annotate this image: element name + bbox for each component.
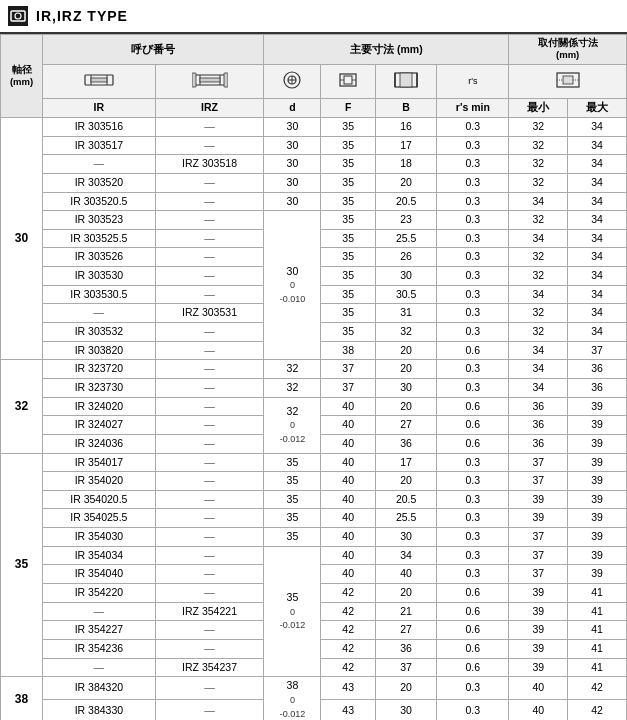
icon-da [509, 64, 627, 99]
da-min-value: 36 [509, 416, 568, 435]
B-value: 27 [375, 621, 436, 640]
B-value: 30 [375, 267, 436, 286]
da-max-value: 39 [568, 397, 627, 416]
B-value: 20.5 [375, 490, 436, 509]
irz-name: — [155, 453, 264, 472]
da-max-value: 42 [568, 677, 627, 700]
F-value: 35 [321, 304, 375, 323]
rs-value: 0.3 [437, 700, 509, 720]
svg-rect-7 [192, 73, 196, 87]
B-value: 30 [375, 528, 436, 547]
d-value: 35 [264, 528, 321, 547]
da-max-value: 41 [568, 602, 627, 621]
svg-rect-5 [91, 78, 107, 82]
rs-value: 0.6 [437, 602, 509, 621]
irz-name: — [155, 397, 264, 416]
F-value: 42 [321, 658, 375, 677]
table-row: IR 323730—3237300.33436 [1, 378, 627, 397]
rs-value: 0.6 [437, 341, 509, 360]
F-value: 42 [321, 583, 375, 602]
irz-name: — [155, 546, 264, 565]
B-value: 20 [375, 397, 436, 416]
d-value: 30 [264, 117, 321, 136]
B-value: 20 [375, 173, 436, 192]
B-value: 40 [375, 565, 436, 584]
rs-value: 0.6 [437, 658, 509, 677]
da-min-value: 34 [509, 360, 568, 379]
B-value: 25.5 [375, 509, 436, 528]
F-value: 40 [321, 416, 375, 435]
table-row: IR 354020—3540200.33739 [1, 472, 627, 491]
F-value: 40 [321, 509, 375, 528]
irz-name: — [155, 700, 264, 720]
da-max-value: 34 [568, 117, 627, 136]
rs-value: 0.3 [437, 509, 509, 528]
da-max-value: 41 [568, 639, 627, 658]
axis-size-cell: 30 [1, 117, 43, 359]
da-min-value: 32 [509, 267, 568, 286]
F-value: 40 [321, 490, 375, 509]
F-value: 35 [321, 229, 375, 248]
B-value: 30.5 [375, 285, 436, 304]
ir-name: IR 324027 [43, 416, 156, 435]
table-row: IR 324020—320-0.01240200.63639 [1, 397, 627, 416]
rs-value: 0.3 [437, 360, 509, 379]
ir-name: IR 354030 [43, 528, 156, 547]
rs-value: 0.3 [437, 248, 509, 267]
da-min-value: 34 [509, 192, 568, 211]
irz-name: IRZ 354237 [155, 658, 264, 677]
da-min-value: 39 [509, 658, 568, 677]
da-min-value: 39 [509, 621, 568, 640]
table-row: —IRZ 3035183035180.33234 [1, 155, 627, 174]
d-value: 30 [264, 155, 321, 174]
F-value: 35 [321, 323, 375, 342]
rs-value: 0.3 [437, 285, 509, 304]
irz-name: — [155, 229, 264, 248]
irz-name: — [155, 639, 264, 658]
table-row: 35IR 354017—3540170.33739 [1, 453, 627, 472]
table-row: IR 354030—3540300.33739 [1, 528, 627, 547]
icon-rs: r's [437, 64, 509, 99]
da-max-value: 36 [568, 360, 627, 379]
da-min-value: 32 [509, 117, 568, 136]
F-value: 35 [321, 285, 375, 304]
irz-name: IRZ 303531 [155, 304, 264, 323]
ir-name: IR 354227 [43, 621, 156, 640]
B-value: 20.5 [375, 192, 436, 211]
da-min-value: 39 [509, 639, 568, 658]
rs-value: 0.6 [437, 639, 509, 658]
da-max-value: 39 [568, 509, 627, 528]
rs-value: 0.3 [437, 490, 509, 509]
sub-da-max: 最大 [568, 99, 627, 118]
rs-value: 0.3 [437, 472, 509, 491]
rs-value: 0.3 [437, 565, 509, 584]
table-row: 38IR 384320—380-0.01243200.34042 [1, 677, 627, 700]
da-min-value: 32 [509, 155, 568, 174]
B-value: 34 [375, 546, 436, 565]
F-value: 35 [321, 173, 375, 192]
rs-value: 0.3 [437, 323, 509, 342]
da-min-value: 37 [509, 528, 568, 547]
irz-name: — [155, 416, 264, 435]
ir-name: IR 324036 [43, 434, 156, 453]
B-value: 17 [375, 453, 436, 472]
rs-value: 0.3 [437, 117, 509, 136]
page-header: IR,IRZ TYPE [0, 0, 627, 34]
B-value: 37 [375, 658, 436, 677]
F-value: 37 [321, 360, 375, 379]
col-axis-dia: 軸径 (mm) [1, 35, 43, 118]
sub-F: F [321, 99, 375, 118]
B-value: 27 [375, 416, 436, 435]
irz-name: — [155, 360, 264, 379]
F-value: 35 [321, 211, 375, 230]
ir-name: IR 303520 [43, 173, 156, 192]
da-min-value: 32 [509, 211, 568, 230]
ir-name: IR 303523 [43, 211, 156, 230]
ir-name: IR 354034 [43, 546, 156, 565]
ir-name: IR 384330 [43, 700, 156, 720]
F-value: 40 [321, 528, 375, 547]
ir-name: IR 303532 [43, 323, 156, 342]
da-max-value: 39 [568, 434, 627, 453]
irz-name: — [155, 323, 264, 342]
da-max-value: 39 [568, 528, 627, 547]
